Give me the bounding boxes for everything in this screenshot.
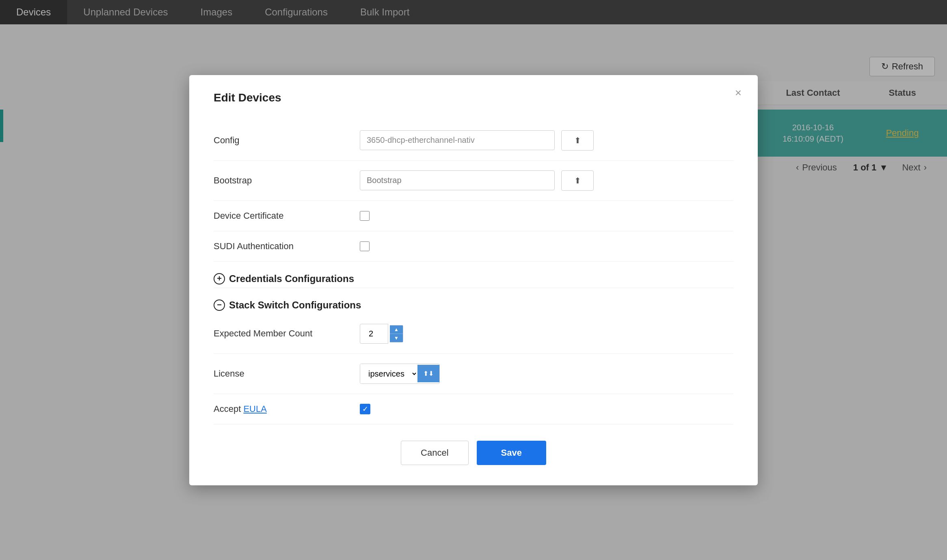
modal-close-button[interactable]: × — [735, 87, 742, 99]
license-field-row: License ipservices ipbase lanbase ⬆⬇ — [214, 354, 733, 394]
config-label: Config — [214, 135, 360, 146]
accept-eula-control: ✓ — [360, 404, 733, 414]
expected-member-count-spinner: ▲ ▼ — [360, 324, 403, 344]
bootstrap-upload-button[interactable]: ⬆ — [561, 170, 594, 191]
credentials-expand-icon: + — [214, 273, 225, 284]
license-dropdown[interactable]: ipservices ipbase lanbase — [360, 364, 417, 383]
license-label: License — [214, 368, 360, 379]
bootstrap-field-row: Bootstrap ⬆ — [214, 161, 733, 201]
stack-switch-section-header[interactable]: − Stack Switch Configurations — [214, 288, 733, 314]
modal-overlay: Edit Devices × Config ⬆ Bootstrap — [0, 0, 947, 560]
config-control: ⬆ — [360, 130, 733, 151]
device-certificate-field-row: Device Certificate — [214, 201, 733, 231]
accept-eula-checkbox[interactable]: ✓ — [360, 404, 370, 414]
upload-icon: ⬆ — [574, 136, 581, 145]
save-button[interactable]: Save — [477, 441, 546, 465]
sudi-authentication-label: SUDI Authentication — [214, 241, 360, 252]
spinner-up-button[interactable]: ▲ — [390, 325, 403, 334]
stack-switch-collapse-icon: − — [214, 299, 225, 311]
expected-member-count-control: ▲ ▼ — [360, 324, 733, 344]
eula-link[interactable]: EULA — [243, 404, 266, 414]
spinner-buttons: ▲ ▼ — [390, 325, 403, 342]
device-certificate-control — [360, 211, 733, 221]
config-upload-button[interactable]: ⬆ — [561, 130, 594, 151]
cancel-button[interactable]: Cancel — [401, 441, 468, 465]
close-icon: × — [735, 86, 742, 99]
edit-devices-modal: Edit Devices × Config ⬆ Bootstrap — [189, 75, 758, 485]
license-dropdown-arrow: ⬆⬇ — [417, 365, 439, 382]
bootstrap-control: ⬆ — [360, 170, 733, 191]
device-certificate-label: Device Certificate — [214, 211, 360, 221]
config-field-row: Config ⬆ — [214, 121, 733, 161]
accept-eula-row: Accept EULA ✓ — [214, 394, 733, 424]
modal-title: Edit Devices — [214, 91, 733, 104]
accept-eula-label: Accept EULA — [214, 404, 360, 414]
expected-member-count-input[interactable] — [360, 324, 388, 344]
sudi-authentication-checkbox[interactable] — [360, 241, 370, 251]
expected-member-count-row: Expected Member Count ▲ ▼ — [214, 314, 733, 354]
sudi-authentication-control — [360, 241, 733, 251]
sudi-authentication-field-row: SUDI Authentication — [214, 231, 733, 262]
bootstrap-label: Bootstrap — [214, 175, 360, 186]
license-control: ipservices ipbase lanbase ⬆⬇ — [360, 364, 733, 384]
upload-icon: ⬆ — [574, 176, 581, 185]
bootstrap-input[interactable] — [360, 170, 555, 190]
spinner-down-button[interactable]: ▼ — [390, 334, 403, 342]
expected-member-count-label: Expected Member Count — [214, 328, 360, 339]
license-select: ipservices ipbase lanbase ⬆⬇ — [360, 364, 440, 384]
device-certificate-checkbox[interactable] — [360, 211, 370, 221]
modal-footer: Cancel Save — [214, 441, 733, 465]
credentials-section-header[interactable]: + Credentials Configurations — [214, 262, 733, 288]
config-input[interactable] — [360, 130, 555, 150]
